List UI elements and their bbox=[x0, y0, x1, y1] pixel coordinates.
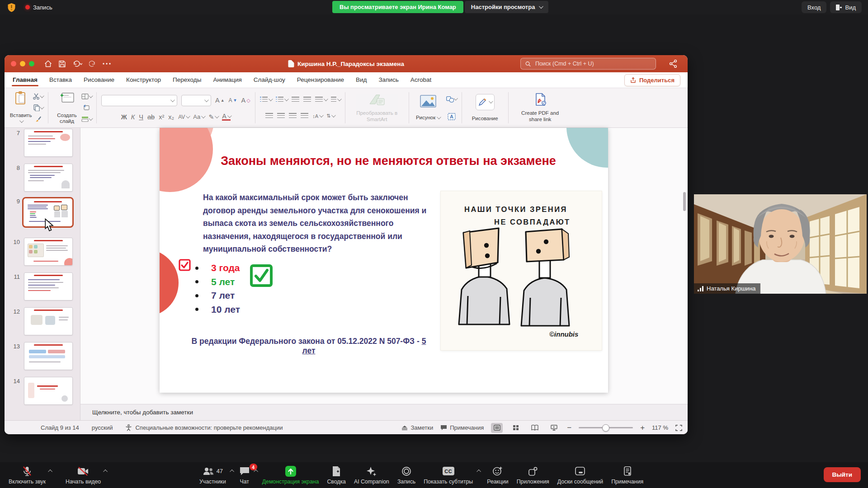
notes-toggle[interactable]: Заметки bbox=[401, 424, 433, 431]
justify-button[interactable] bbox=[301, 113, 308, 119]
columns-button[interactable] bbox=[331, 97, 340, 103]
italic-button[interactable]: К bbox=[131, 113, 135, 121]
zoom-slider[interactable] bbox=[579, 427, 633, 428]
align-right-button[interactable] bbox=[289, 113, 297, 119]
zoom-in-button[interactable]: + bbox=[640, 423, 645, 432]
cut-button[interactable] bbox=[33, 92, 43, 100]
create-pdf-button[interactable]: Create PDF and share link bbox=[513, 91, 567, 124]
participants-button[interactable]: 47 Участники bbox=[195, 462, 235, 488]
vertical-scrollbar[interactable] bbox=[683, 192, 686, 211]
close-window-button[interactable] bbox=[11, 61, 16, 66]
tab-acrobat[interactable]: Acrobat bbox=[410, 74, 432, 86]
reading-view-button[interactable] bbox=[529, 423, 541, 433]
minimize-window-button[interactable] bbox=[20, 61, 25, 66]
font-size-select[interactable] bbox=[181, 95, 211, 106]
zoom-slider-thumb[interactable] bbox=[602, 424, 609, 432]
zoom-level[interactable]: 117 % bbox=[652, 424, 668, 431]
tab-retsenzirovanie[interactable]: Рецензирование bbox=[297, 74, 344, 86]
tab-glavnaya[interactable]: Главная bbox=[13, 74, 38, 86]
redo-icon[interactable] bbox=[89, 61, 96, 67]
screen-share-button[interactable]: Демонстрация экрана bbox=[258, 462, 323, 488]
drawing-button[interactable]: Рисование bbox=[467, 91, 504, 124]
tab-zapis[interactable]: Запись bbox=[378, 74, 398, 86]
tab-risovanie[interactable]: Рисование bbox=[84, 74, 114, 86]
thumbnail-slide-13[interactable]: 13 bbox=[5, 342, 80, 370]
accessibility-status[interactable]: Специальные возможности: проверьте реком… bbox=[135, 424, 283, 431]
zoom-out-button[interactable]: − bbox=[567, 423, 571, 432]
format-painter-button[interactable] bbox=[33, 115, 43, 123]
slideshow-view-button[interactable] bbox=[548, 423, 560, 433]
start-video-button[interactable]: Начать видео bbox=[61, 462, 105, 488]
shapes-button[interactable] bbox=[446, 95, 457, 103]
new-slide-button[interactable]: Создать слайд bbox=[53, 91, 81, 124]
decrease-indent-button[interactable] bbox=[292, 97, 299, 103]
whiteboards-button[interactable]: Доски сообщений bbox=[553, 462, 607, 488]
thumbnail-slide-11[interactable]: 11 bbox=[5, 272, 80, 300]
highlight-button[interactable]: ✎ bbox=[208, 113, 218, 121]
slide-sorter-view-button[interactable] bbox=[510, 423, 522, 433]
chat-button[interactable]: Чат 4 bbox=[235, 462, 258, 488]
thumbnail-slide-7[interactable]: 7 bbox=[5, 129, 80, 157]
answer-options-list[interactable]: 3 года 5 лет 7 лет 10 лет bbox=[191, 261, 240, 316]
normal-view-button[interactable] bbox=[491, 423, 503, 433]
tab-vstavka[interactable]: Вставка bbox=[49, 74, 72, 86]
view-button[interactable]: Вид bbox=[830, 1, 862, 13]
numbering-button[interactable] bbox=[276, 97, 288, 103]
participant-video-tile[interactable]: Наталья Киршина bbox=[694, 194, 867, 294]
text-direction-button[interactable]: ↕A bbox=[312, 113, 322, 119]
comments-toggle[interactable]: Примечания bbox=[440, 424, 484, 431]
search-input[interactable] bbox=[534, 60, 651, 67]
more-options-icon[interactable] bbox=[103, 63, 111, 65]
notes-pane[interactable]: Щелкните, чтобы добавить заметки bbox=[80, 404, 688, 420]
captions-chevron[interactable] bbox=[476, 469, 481, 474]
tab-slideshow[interactable]: Слайд-шоу bbox=[254, 74, 285, 86]
home-icon[interactable] bbox=[44, 60, 52, 67]
cartoon-image[interactable]: НАШИ ТОЧКИ ЗРЕНИЯ НЕ СОВПАДАЮТ bbox=[441, 191, 602, 350]
ai-companion-button[interactable]: AI Companion bbox=[350, 462, 393, 488]
bullets-button[interactable] bbox=[260, 97, 272, 103]
view-options-button[interactable]: Настройки просмотра bbox=[465, 1, 549, 13]
clear-format-button[interactable]: A◇ bbox=[241, 97, 250, 104]
slide-title[interactable]: Законы меняются, но не меняются ответы н… bbox=[178, 154, 599, 168]
apps-button[interactable]: Приложения bbox=[513, 462, 553, 488]
paste-button[interactable]: Вставить bbox=[9, 91, 33, 124]
underline-button[interactable]: Ч bbox=[139, 113, 143, 121]
participants-chevron[interactable] bbox=[230, 469, 234, 474]
annotations-button[interactable]: Примечания bbox=[607, 462, 647, 488]
thumbnail-slide-12[interactable]: 12 bbox=[5, 307, 80, 335]
ppt-search-box[interactable] bbox=[520, 58, 656, 70]
tab-animatsiya[interactable]: Анимация bbox=[213, 74, 241, 86]
video-options-chevron[interactable] bbox=[103, 469, 108, 474]
align-left-button[interactable] bbox=[265, 113, 273, 119]
zoom-window-button[interactable] bbox=[29, 61, 34, 66]
save-icon[interactable] bbox=[59, 61, 66, 67]
fit-to-window-icon[interactable] bbox=[675, 425, 682, 431]
increase-indent-button[interactable] bbox=[303, 97, 311, 103]
decrease-font-button[interactable]: A▼ bbox=[229, 97, 237, 103]
slide-layout-button[interactable] bbox=[81, 92, 92, 100]
subscript-button[interactable]: x₂ bbox=[168, 113, 174, 121]
align-center-button[interactable] bbox=[277, 113, 285, 119]
signin-button[interactable]: Вход bbox=[802, 1, 826, 13]
summary-button[interactable]: Сводка bbox=[323, 462, 350, 488]
reactions-button[interactable]: Реакции bbox=[483, 462, 513, 488]
tab-perekhody[interactable]: Переходы bbox=[173, 74, 201, 86]
align-text-button[interactable]: ⇅ bbox=[326, 113, 335, 119]
font-name-select[interactable] bbox=[101, 95, 177, 106]
section-button[interactable] bbox=[81, 115, 92, 123]
superscript-button[interactable]: x² bbox=[159, 113, 164, 121]
picture-button[interactable]: Рисунок bbox=[414, 91, 443, 124]
line-spacing-button[interactable] bbox=[315, 97, 327, 103]
record-button[interactable]: Запись bbox=[393, 462, 420, 488]
change-case-button[interactable]: Aa bbox=[193, 113, 204, 120]
captions-button[interactable]: CC Показать субтитры bbox=[420, 462, 483, 488]
smartart-button[interactable]: Преобразовать в SmartArt bbox=[350, 91, 404, 124]
thumbnail-slide-9-selected[interactable]: 9 bbox=[5, 197, 80, 228]
tab-vid[interactable]: Вид bbox=[356, 74, 367, 86]
strikethrough-button[interactable]: ab bbox=[147, 113, 155, 121]
slide-question-text[interactable]: На какой максимальный срок может быть за… bbox=[203, 191, 436, 256]
thumbnail-slide-10[interactable]: 10 bbox=[5, 238, 80, 266]
tab-konstruktor[interactable]: Конструктор bbox=[126, 74, 161, 86]
mic-options-chevron[interactable] bbox=[48, 469, 52, 474]
reset-slide-button[interactable] bbox=[81, 103, 92, 112]
